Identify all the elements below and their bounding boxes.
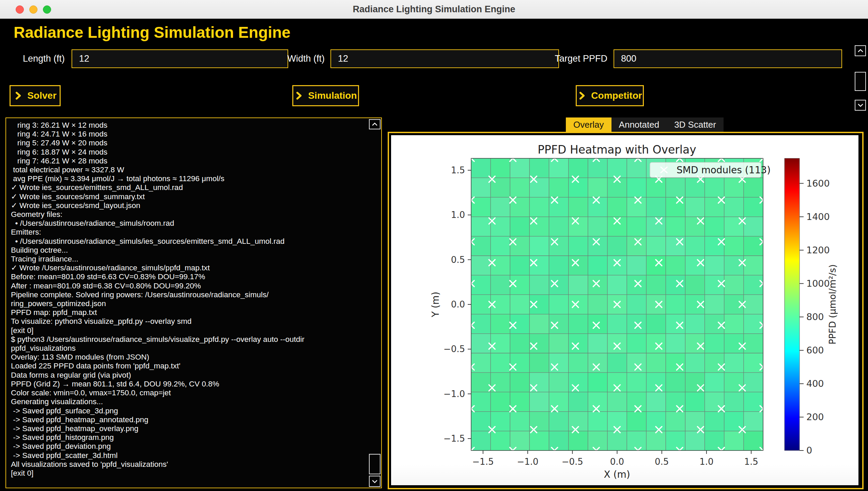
simulation-button-label: Simulation — [308, 90, 357, 101]
svg-text:1.0: 1.0 — [699, 457, 713, 467]
simulation-button[interactable]: Simulation — [292, 85, 359, 106]
chevron-right-icon — [294, 91, 303, 100]
svg-text:1400: 1400 — [806, 211, 830, 222]
app-window: Radiance Lighting Simulation Engine Radi… — [0, 0, 868, 491]
chevron-down-icon — [857, 102, 864, 109]
svg-text:1200: 1200 — [806, 245, 830, 255]
scroll-up-button[interactable] — [855, 45, 866, 56]
svg-text:600: 600 — [806, 345, 824, 355]
heatmap-svg: PPFD Heatmap with Overlay −1.5−1.0−0.50.… — [391, 135, 858, 485]
svg-text:−0.5: −0.5 — [444, 344, 465, 354]
competitor-button[interactable]: Competitor — [576, 85, 644, 106]
svg-text:0.0: 0.0 — [610, 457, 624, 467]
solver-button-label: Solver — [27, 90, 57, 101]
ppfd-heatmap-figure: PPFD Heatmap with Overlay −1.5−1.0−0.50.… — [391, 135, 858, 485]
length-input[interactable] — [72, 49, 288, 68]
svg-text:−1.0: −1.0 — [517, 457, 539, 467]
page-title: Radiance Lighting Simulation Engine — [14, 23, 291, 42]
target-ppfd-label: Target PPFD — [554, 49, 607, 69]
x-axis-label: X (m) — [604, 469, 630, 480]
svg-text:1.5: 1.5 — [744, 457, 758, 467]
chart-title: PPFD Heatmap with Overlay — [538, 143, 696, 156]
width-label: Width (ft) — [283, 49, 325, 69]
console-log[interactable]: ring 3: 26.21 W × 12 mods ring 4: 24.71 … — [11, 121, 365, 478]
svg-text:0.5: 0.5 — [655, 457, 669, 467]
svg-text:−1.5: −1.5 — [444, 433, 465, 444]
legend: SMD modules (113) — [650, 162, 771, 177]
svg-text:1.0: 1.0 — [451, 210, 465, 220]
chevron-down-icon — [371, 478, 378, 485]
svg-text:200: 200 — [806, 412, 824, 422]
scroll-thumb[interactable] — [855, 72, 866, 91]
chevron-right-icon — [14, 91, 22, 100]
scroll-down-button[interactable] — [855, 100, 866, 111]
svg-text:−0.5: −0.5 — [562, 457, 583, 467]
svg-text:−1.5: −1.5 — [472, 457, 494, 467]
colorbar-label: PPFD (μmol/m²/s) — [827, 264, 838, 344]
y-axis-label: Y (m) — [430, 291, 441, 317]
titlebar: Radiance Lighting Simulation Engine — [0, 0, 868, 19]
tab-3d-scatter[interactable]: 3D Scatter — [667, 117, 724, 132]
svg-text:−1.0: −1.0 — [444, 389, 465, 399]
plot-tabbar: Overlay Annotated 3D Scatter — [566, 117, 724, 132]
console-scroll-up-button[interactable] — [369, 119, 381, 129]
window-title: Radiance Lighting Simulation Engine — [0, 0, 868, 18]
colorbar-ticks: 02004006008001000120014001600 — [800, 178, 830, 456]
svg-text:800: 800 — [806, 312, 824, 322]
svg-text:0.5: 0.5 — [451, 255, 465, 265]
target-ppfd-input[interactable] — [614, 49, 842, 68]
tab-overlay[interactable]: Overlay — [566, 117, 611, 132]
svg-text:0: 0 — [806, 445, 812, 456]
svg-text:1000: 1000 — [806, 278, 830, 289]
chevron-right-icon — [577, 91, 586, 100]
console-scroll-thumb[interactable] — [369, 454, 381, 474]
solver-button[interactable]: Solver — [10, 85, 61, 106]
legend-label: SMD modules (113) — [677, 164, 771, 176]
console-scroll-down-button[interactable] — [369, 476, 381, 487]
svg-text:1600: 1600 — [806, 178, 830, 189]
svg-text:1.5: 1.5 — [451, 165, 465, 175]
tab-annotated[interactable]: Annotated — [611, 117, 667, 132]
chevron-up-icon — [857, 47, 864, 54]
chevron-up-icon — [371, 121, 378, 128]
width-input[interactable] — [330, 49, 559, 68]
colorbar — [785, 158, 800, 450]
length-label: Length (ft) — [14, 49, 65, 69]
svg-text:400: 400 — [806, 378, 824, 389]
competitor-button-label: Competitor — [591, 90, 642, 101]
console-panel: ring 3: 26.21 W × 12 mods ring 4: 24.71 … — [5, 117, 382, 488]
svg-text:0.0: 0.0 — [451, 299, 465, 310]
